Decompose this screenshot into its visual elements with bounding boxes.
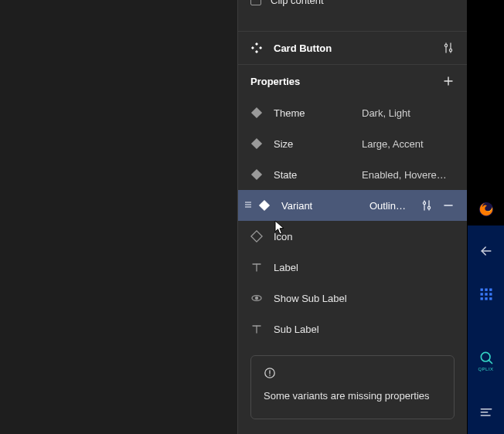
variant-icon [250,137,263,150]
property-values: Outlin… [369,200,410,212]
property-values: Enabled, Hovere… [362,169,455,181]
svg-line-44 [489,360,492,363]
svg-rect-40 [480,297,482,300]
variant-icon [258,199,271,212]
property-name: Variant [281,200,359,212]
apps-grid-icon[interactable] [468,276,504,312]
svg-point-18 [423,202,425,204]
qplix-label: QPLIX [478,367,493,371]
property-row-size[interactable]: Size Large, Accent [238,128,467,159]
properties-title: Properties [250,76,442,87]
menu-lines-icon[interactable] [468,394,504,429]
svg-rect-34 [480,289,482,291]
back-arrow-icon[interactable] [468,233,504,269]
variant-icon [250,107,263,119]
add-property-button[interactable] [442,75,455,87]
svg-rect-0 [255,42,258,46]
instance-swap-icon [250,230,263,242]
svg-rect-22 [251,231,262,242]
property-row-theme[interactable]: Theme Dark, Light [238,97,467,128]
property-values: Large, Accent [362,138,455,150]
svg-point-7 [449,49,451,51]
svg-point-20 [427,206,430,209]
svg-point-26 [256,297,258,300]
svg-rect-3 [259,46,262,49]
clip-content-label: Clip content [271,0,324,6]
drag-handle-icon[interactable] [244,200,252,212]
property-name: Icon [274,231,351,242]
svg-rect-35 [485,289,487,291]
svg-rect-11 [251,138,262,149]
svg-rect-37 [480,293,482,295]
svg-rect-10 [251,107,262,118]
svg-rect-41 [485,297,487,300]
svg-rect-12 [251,169,262,180]
svg-point-5 [444,44,447,46]
svg-point-31 [269,375,271,376]
component-icon [250,42,263,54]
svg-rect-2 [251,46,254,49]
qplix-logo[interactable]: QPLIX [468,343,504,378]
property-name: Theme [274,107,351,119]
warning-message: Some variants are missing properties [264,389,441,403]
design-panel: Clip content Card Button Properties Them… [237,0,468,434]
sliders-icon[interactable] [442,42,455,54]
firefox-icon[interactable] [468,192,504,227]
property-row-icon[interactable]: Icon [238,221,467,252]
property-name: State [274,169,351,181]
text-icon [250,261,263,273]
property-row-variant[interactable]: Variant Outlin… [238,190,467,221]
svg-rect-39 [489,293,492,295]
property-name: Size [274,138,351,150]
svg-rect-38 [485,293,487,295]
svg-rect-16 [259,200,270,211]
variant-icon [250,168,263,181]
svg-rect-1 [255,50,258,53]
clip-content-checkbox[interactable] [250,0,261,5]
component-header: Card Button [238,31,467,65]
sliders-icon[interactable] [421,199,433,212]
property-row-showsublabel[interactable]: Show Sub Label [238,283,467,314]
svg-rect-42 [489,297,492,300]
property-row-sublabel[interactable]: Sub Label [238,314,467,344]
property-row-state[interactable]: State Enabled, Hovere… [238,159,467,190]
clip-content-row: Clip content [238,0,467,11]
property-name: Sub Label [274,324,351,335]
text-icon [250,323,263,335]
remove-icon[interactable] [442,199,455,212]
component-name: Card Button [274,42,431,54]
property-row-label[interactable]: Label [238,252,467,283]
right-strip: QPLIX [468,0,504,434]
boolean-icon [250,292,263,304]
property-values: Dark, Light [362,107,455,119]
property-name: Label [274,262,351,273]
properties-header: Properties [238,65,467,97]
warning-icon [264,367,276,379]
svg-rect-36 [489,289,492,291]
canvas-area[interactable] [0,0,237,434]
property-name: Show Sub Label [274,293,347,304]
browser-toolbar: QPLIX [468,225,504,434]
warning-box: Some variants are missing properties [250,355,455,419]
row-actions [421,199,455,212]
